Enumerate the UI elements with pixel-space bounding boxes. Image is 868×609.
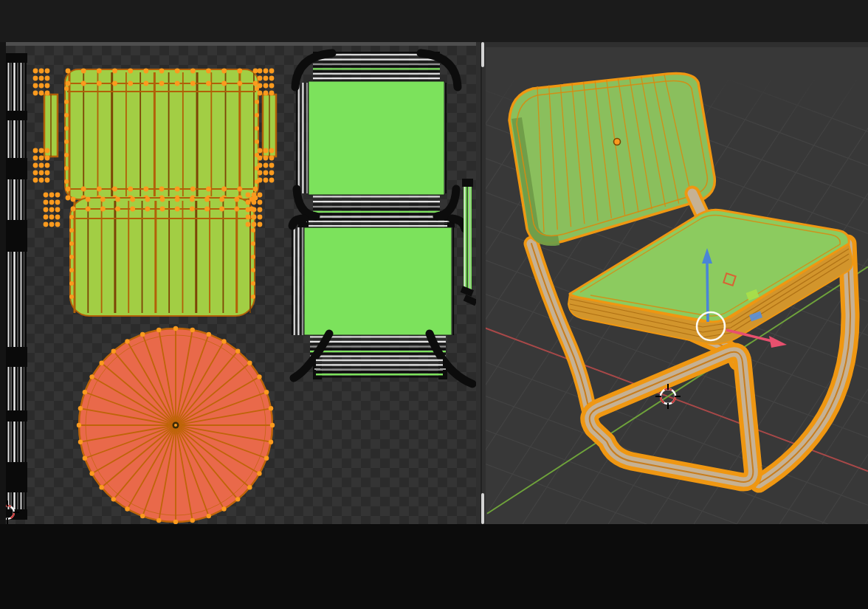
- backrest[interactable]: [509, 74, 714, 244]
- tube-left-upright[interactable]: [531, 244, 589, 410]
- uv-island-cap-disc[interactable]: [77, 326, 275, 524]
- object-origin-dot: [614, 139, 621, 145]
- uv-island-frame-upper[interactable]: [295, 52, 458, 227]
- uv-island-seat-pad[interactable]: [44, 193, 263, 316]
- uv-island-frame-lower[interactable]: [292, 219, 472, 384]
- seat[interactable]: [568, 210, 852, 344]
- chair-mesh[interactable]: [509, 74, 852, 484]
- blender-window: [0, 0, 868, 609]
- uv-island-tube-strip[interactable]: [5, 53, 27, 520]
- uv-island-backrest-pad[interactable]: [33, 69, 276, 201]
- backrest-face: [509, 74, 714, 244]
- tube-base-loop[interactable]: [590, 352, 754, 482]
- uv-island-edge-strip[interactable]: [461, 179, 478, 306]
